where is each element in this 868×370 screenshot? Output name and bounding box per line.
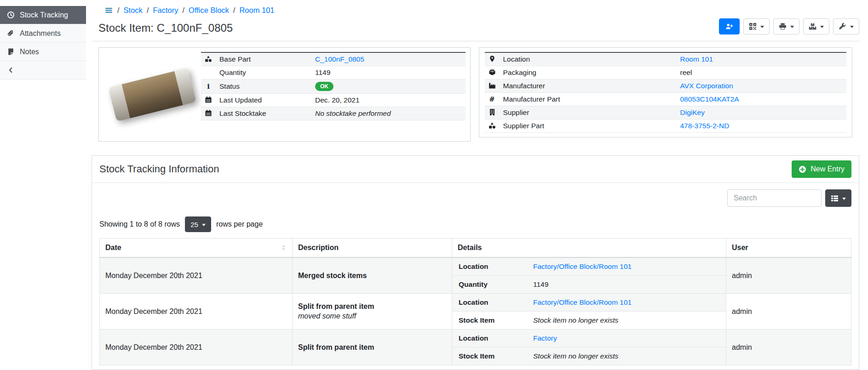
supplier-part-link[interactable]: 478-3755-2-ND [680, 122, 730, 130]
detail-location-link[interactable]: Factory [533, 334, 557, 342]
item-sourcing-table: Location Room 101 Packaging reel Manufac… [485, 52, 847, 133]
new-entry-label: New Entry [811, 165, 845, 173]
user-actions-button[interactable] [719, 18, 740, 34]
field-label: Manufacturer Part [500, 93, 677, 106]
entry-description: Merged stock items [293, 257, 452, 294]
field-label: Packaging [500, 66, 677, 80]
stock-tracking-section: Stock Tracking Information New Entry Sho… [92, 155, 859, 370]
paperclip-icon [7, 29, 15, 37]
wrench-icon [839, 23, 846, 30]
field-label: Location [500, 52, 677, 66]
calendar-icon [205, 109, 212, 117]
tracking-table: Date Description Details User Mo [99, 238, 851, 365]
sidebar-item-stock-tracking[interactable]: Stock Tracking [0, 6, 86, 24]
caret-down-icon [202, 224, 206, 226]
last-updated-value: Dec. 20, 2021 [311, 94, 466, 107]
capacitor-image [108, 68, 196, 121]
column-header-description: Description [293, 239, 452, 258]
building-icon [489, 108, 496, 116]
tracking-section-body: Showing 1 to 8 of 8 rows 25 rows per pag… [92, 183, 859, 365]
field-label: Supplier [500, 106, 677, 120]
last-stocktake-value: No stocktake performed [311, 107, 466, 120]
pagination-row: Showing 1 to 8 of 8 rows 25 rows per pag… [99, 216, 851, 232]
detail-row: Location Factory/Office Block/Room 101 [452, 294, 726, 312]
entry-details: Location Factory/Office Block/Room 101 S… [452, 294, 726, 330]
detail-value: Stock item no longer exists [527, 312, 726, 330]
detail-row: Location Factory/Office Block/Room 101 [452, 258, 726, 276]
item-actions-button[interactable] [833, 18, 859, 34]
supplier-link[interactable]: DigiKey [680, 108, 705, 116]
shapes-icon [489, 122, 496, 129]
history-icon [7, 11, 15, 19]
industry-icon [489, 82, 496, 89]
detail-location-link[interactable]: Factory/Office Block/Room 101 [533, 298, 632, 306]
sidebar-item-label: Attachments [20, 29, 61, 38]
detail-value: Stock item no longer exists [527, 347, 726, 365]
page-size-dropdown[interactable]: 25 [185, 216, 211, 232]
table-row: i Status OK [201, 80, 466, 94]
table-row: Packaging reel [485, 66, 847, 80]
menu-toggle-icon[interactable] [104, 6, 113, 14]
caret-down-icon [850, 26, 854, 28]
plus-circle-icon [799, 165, 806, 173]
sidebar-item-label: Notes [20, 48, 39, 56]
sidebar-item-attachments[interactable]: Attachments [0, 24, 86, 43]
table-row: Manufacturer AVX Corporation [485, 80, 847, 93]
entry-date: Monday December 20th 2021 [100, 330, 293, 365]
breadcrumb-link-stock[interactable]: Stock [124, 6, 143, 15]
detail-label: Location [452, 330, 527, 347]
chevron-left-icon [7, 66, 15, 74]
toolbar [719, 18, 859, 34]
detail-row: Stock Item Stock item no longer exists [452, 347, 726, 365]
breadcrumb-separator: / [182, 6, 184, 15]
sidebar-item-notes[interactable]: Notes [0, 43, 86, 61]
sort-icon [281, 244, 287, 251]
table-row: # Manufacturer Part 08053C104KAT2A [485, 93, 847, 106]
search-input[interactable] [727, 189, 822, 207]
detail-location-link[interactable]: Factory/Office Block/Room 101 [533, 262, 632, 270]
entry-user: admin [726, 330, 851, 365]
columns-dropdown-button[interactable] [825, 189, 851, 207]
breadcrumb-link-factory[interactable]: Factory [153, 6, 178, 15]
caret-down-icon [820, 26, 824, 28]
entry-user: admin [726, 257, 851, 294]
stock-actions-button[interactable] [803, 18, 829, 34]
table-row: Supplier Part 478-3755-2-ND [485, 120, 847, 133]
column-header-date[interactable]: Date [100, 239, 293, 258]
print-actions-button[interactable] [773, 18, 799, 34]
sidebar-collapse-button[interactable] [0, 61, 86, 80]
new-entry-button[interactable]: New Entry [792, 160, 851, 178]
detail-value: 1149 [527, 276, 726, 294]
barcode-actions-button[interactable] [743, 18, 770, 34]
breadcrumb-link-room-101[interactable]: Room 101 [239, 6, 274, 15]
field-label: Status [216, 80, 311, 94]
base-part-link[interactable]: C_100nF_0805 [315, 55, 364, 63]
column-label: Date [105, 244, 121, 252]
shapes-icon [205, 55, 212, 63]
column-header-user: User [726, 239, 851, 258]
section-title: Stock Tracking Information [99, 163, 219, 175]
detail-row: Quantity 1149 [452, 276, 726, 294]
detail-label: Location [452, 258, 527, 276]
manufacturer-link[interactable]: AVX Corporation [680, 82, 733, 90]
table-controls [99, 189, 851, 207]
item-summary-table: Base Part C_100nF_0805 Quantity 1149 i S… [201, 52, 466, 120]
breadcrumb-separator: / [147, 6, 149, 15]
manufacturer-part-link[interactable]: 08053C104KAT2A [680, 95, 739, 103]
field-label: Manufacturer [500, 80, 677, 93]
packaging-value: reel [677, 66, 847, 80]
field-label: Base Part [216, 52, 311, 66]
box-icon [489, 68, 496, 76]
table-row: Last Updated Dec. 20, 2021 [201, 94, 466, 107]
main-content: / Stock / Factory / Office Block / Room … [86, 0, 868, 370]
qrcode-icon [749, 23, 757, 30]
status-badge: OK [315, 82, 333, 91]
part-thumbnail[interactable] [103, 52, 201, 137]
caret-down-icon [790, 26, 794, 28]
location-link[interactable]: Room 101 [680, 55, 713, 63]
page-size-value: 25 [190, 221, 198, 228]
table-row: Location Room 101 [485, 52, 847, 66]
quantity-value: 1149 [311, 66, 466, 80]
detail-row: Location Factory [452, 330, 726, 347]
breadcrumb-link-office-block[interactable]: Office Block [189, 6, 229, 15]
